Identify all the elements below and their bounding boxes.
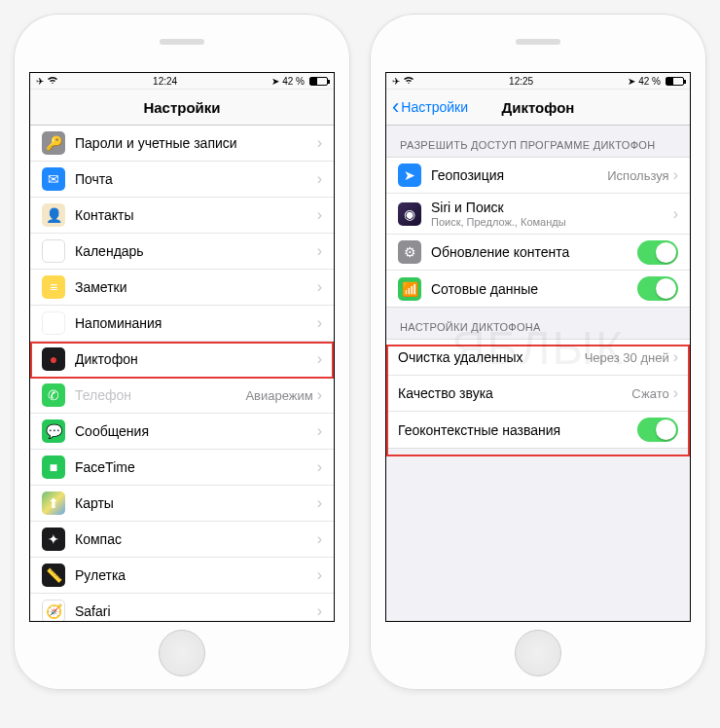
chevron-right-icon: › — [317, 566, 322, 584]
chevron-right-icon: › — [673, 166, 678, 184]
row-maps[interactable]: ⬆ Карты › — [30, 486, 334, 522]
wifi-icon — [47, 76, 58, 87]
chevron-right-icon: › — [317, 206, 322, 224]
measure-icon: 📏 — [42, 564, 65, 587]
cellular-icon: 📶 — [398, 277, 421, 301]
row-background-refresh[interactable]: ⚙ Обновление контента — [386, 235, 690, 271]
battery-icon — [666, 77, 684, 86]
row-compass[interactable]: ✦ Компас › — [30, 522, 334, 558]
battery-text: 42 % — [282, 76, 305, 87]
back-button[interactable]: ‹ Настройки — [392, 90, 468, 125]
section-header-settings: НАСТРОЙКИ ДИКТОФОНА — [386, 308, 690, 339]
phone-left: ✈ 12:24 ➤ 42 % Настройки 🔑 Парол — [14, 14, 350, 690]
calendar-icon: ▦ — [42, 239, 65, 263]
page-title: Настройки — [143, 99, 220, 116]
row-audio-quality[interactable]: Качество звука Сжато › — [386, 376, 690, 412]
location-icon: ➤ — [271, 76, 279, 87]
voice-memos-icon: ● — [42, 347, 65, 371]
row-notes[interactable]: ≡ Заметки › — [30, 270, 334, 306]
notes-icon: ≡ — [42, 275, 65, 299]
wifi-icon — [403, 76, 414, 87]
status-bar: ✈ 12:25 ➤ 42 % — [386, 73, 690, 90]
chevron-right-icon: › — [317, 242, 322, 260]
battery-icon — [309, 77, 328, 86]
phone-right: ✈ 12:25 ➤ 42 % ‹ Настройки Диктофон — [370, 14, 706, 690]
row-location-names[interactable]: Геоконтекстные названия — [386, 412, 690, 448]
status-time: 12:25 — [509, 76, 533, 87]
status-bar: ✈ 12:24 ➤ 42 % — [30, 73, 334, 90]
access-list: ➤ Геопозиция Используя › ◉ Siri и Поиск … — [386, 157, 690, 308]
chevron-right-icon: › — [673, 205, 678, 223]
toggle-cellular[interactable] — [637, 276, 678, 301]
location-icon: ➤ — [628, 76, 635, 87]
row-facetime[interactable]: ■ FaceTime › — [30, 450, 334, 486]
siri-icon: ◉ — [398, 202, 421, 226]
chevron-right-icon: › — [317, 494, 322, 512]
chevron-right-icon: › — [317, 422, 322, 440]
messages-icon: 💬 — [42, 419, 65, 443]
row-passwords[interactable]: 🔑 Пароли и учетные записи › — [30, 126, 334, 162]
voice-memo-settings-list: Очистка удаленных Через 30 дней › Качест… — [386, 339, 690, 449]
chevron-right-icon: › — [673, 384, 678, 402]
row-messages[interactable]: 💬 Сообщения › — [30, 414, 334, 450]
row-measure[interactable]: 📏 Рулетка › — [30, 558, 334, 594]
chevron-right-icon: › — [317, 314, 322, 332]
status-time: 12:24 — [153, 76, 177, 87]
chevron-right-icon: › — [673, 348, 678, 366]
key-icon: 🔑 — [42, 131, 65, 155]
nav-bar: Настройки — [30, 90, 334, 126]
row-siri[interactable]: ◉ Siri и Поиск Поиск, Предлож., Команды … — [386, 194, 690, 235]
row-cellular[interactable]: 📶 Сотовые данные — [386, 271, 690, 307]
page-title: Диктофон — [502, 99, 575, 116]
row-calendar[interactable]: ▦ Календарь › — [30, 234, 334, 270]
toggle-background-refresh[interactable] — [637, 240, 678, 265]
compass-icon: ✦ — [42, 528, 65, 551]
mail-icon: ✉ — [42, 167, 65, 191]
facetime-icon: ■ — [42, 455, 65, 479]
reminders-icon: ⋮ — [42, 311, 65, 335]
contacts-icon: 👤 — [42, 203, 65, 227]
settings-list: 🔑 Пароли и учетные записи › ✉ Почта › 👤 … — [30, 126, 334, 622]
toggle-location-names[interactable] — [637, 418, 678, 442]
nav-bar: ‹ Настройки Диктофон — [386, 90, 690, 126]
chevron-right-icon: › — [317, 530, 322, 548]
safari-icon: 🧭 — [42, 600, 65, 622]
row-contacts[interactable]: 👤 Контакты › — [30, 198, 334, 234]
phone-icon: ✆ — [42, 383, 65, 407]
chevron-right-icon: › — [317, 134, 322, 152]
row-mail[interactable]: ✉ Почта › — [30, 162, 334, 198]
chevron-right-icon: › — [317, 386, 322, 404]
screen-right: ✈ 12:25 ➤ 42 % ‹ Настройки Диктофон — [385, 72, 691, 622]
section-header-access: РАЗРЕШИТЬ ДОСТУП ПРОГРАММЕ ДИКТОФОН — [386, 126, 690, 157]
location-arrow-icon: ➤ — [398, 164, 421, 187]
battery-text: 42 % — [638, 76, 661, 87]
row-location[interactable]: ➤ Геопозиция Используя › — [386, 158, 690, 194]
row-phone[interactable]: ✆ Телефон Авиарежим › — [30, 378, 334, 414]
row-voice-memos[interactable]: ● Диктофон › — [30, 342, 334, 378]
chevron-right-icon: › — [317, 170, 322, 188]
chevron-right-icon: › — [317, 458, 322, 476]
row-reminders[interactable]: ⋮ Напоминания › — [30, 306, 334, 342]
row-safari[interactable]: 🧭 Safari › — [30, 594, 334, 622]
chevron-right-icon: › — [317, 350, 322, 368]
airplane-icon: ✈ — [36, 76, 44, 87]
chevron-right-icon: › — [317, 278, 322, 296]
airplane-icon: ✈ — [392, 76, 400, 87]
chevron-right-icon: › — [317, 602, 322, 620]
maps-icon: ⬆ — [42, 491, 65, 515]
screen-left: ✈ 12:24 ➤ 42 % Настройки 🔑 Парол — [29, 72, 335, 622]
row-clear-deleted[interactable]: Очистка удаленных Через 30 дней › — [386, 340, 690, 376]
gear-icon: ⚙ — [398, 240, 421, 264]
